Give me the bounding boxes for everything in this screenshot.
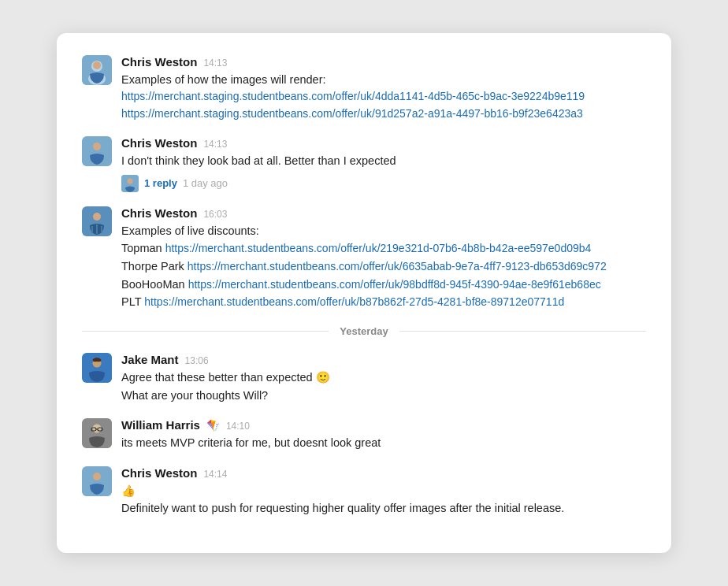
msg-body: Chris Weston 14:14 👍 Definitely want to … (121, 466, 646, 517)
svg-point-9 (93, 213, 101, 221)
divider-line (399, 331, 646, 332)
msg-line: its meets MVP criteria for me, but doesn… (121, 436, 381, 449)
msg-line: I don't think they look bad at all. Bett… (121, 154, 396, 167)
msg-time: 14:13 (203, 139, 227, 150)
avatar (82, 418, 112, 448)
name-emoji: 🪁 (206, 419, 220, 432)
msg-time: 14:14 (203, 469, 227, 480)
msg-body: Chris Weston 14:13 Examples of how the i… (121, 55, 646, 123)
message-group: Chris Weston 14:13 I don't think they lo… (82, 136, 646, 191)
svg-point-7 (128, 178, 133, 184)
msg-time: 16:03 (203, 209, 227, 220)
reply-thread[interactable]: 1 reply 1 day ago (121, 175, 646, 192)
msg-link[interactable]: https://merchant.studentbeans.com/offer/… (165, 242, 592, 254)
msg-header: Chris Weston 14:13 (121, 55, 646, 69)
message-group: Chris Weston 14:14 👍 Definitely want to … (82, 466, 646, 517)
msg-line: Agree that these better than expected 🙂 (121, 371, 330, 384)
reply-time: 1 day ago (183, 177, 228, 189)
msg-link[interactable]: https://merchant.studentbeans.com/offer/… (188, 260, 607, 273)
avatar (82, 55, 112, 85)
msg-header: Chris Weston 14:13 (121, 136, 646, 150)
msg-text: I don't think they look bad at all. Bett… (121, 152, 646, 169)
msg-author: Jake Mant (121, 353, 179, 366)
msg-text: its meets MVP criteria for me, but doesn… (121, 434, 646, 451)
message-group: Chris Weston 14:13 Examples of how the i… (82, 55, 646, 123)
avatar (82, 206, 112, 236)
msg-line: Examples of live discounts: (121, 224, 259, 237)
msg-text: Examples of live discounts: Topman https… (121, 222, 646, 311)
msg-link[interactable]: https://merchant.staging.studentbeans.co… (121, 88, 646, 106)
msg-author: William Harris (121, 418, 200, 432)
msg-line: BooHooMan (121, 278, 188, 291)
msg-text: Agree that these better than expected 🙂 … (121, 369, 646, 404)
svg-point-5 (93, 143, 101, 150)
message-group: Chris Weston 16:03 Examples of live disc… (82, 206, 646, 311)
msg-header: Chris Weston 14:14 (121, 466, 646, 480)
msg-line: Examples of how the images will render: (121, 73, 326, 86)
msg-author: Chris Weston (121, 136, 197, 150)
msg-body: William Harris 🪁 14:10 its meets MVP cri… (121, 418, 646, 451)
msg-line: What are your thoughts Will? (121, 389, 268, 402)
msg-line: Topman (121, 242, 165, 254)
msg-time: 14:13 (203, 57, 227, 69)
msg-header: William Harris 🪁 14:10 (121, 418, 646, 432)
reply-count: 1 reply (144, 177, 177, 189)
msg-body: Chris Weston 16:03 Examples of live disc… (121, 206, 646, 311)
msg-time: 14:10 (226, 421, 250, 432)
msg-body: Chris Weston 14:13 I don't think they lo… (121, 136, 646, 191)
svg-point-3 (93, 61, 101, 69)
msg-line: Thorpe Park (121, 260, 188, 273)
msg-link[interactable]: https://merchant.staging.studentbeans.co… (121, 106, 646, 123)
msg-line: 👍 (121, 484, 136, 497)
date-divider: Yesterday (82, 325, 646, 337)
msg-author: Chris Weston (121, 55, 197, 69)
svg-point-21 (93, 473, 101, 480)
reply-avatar (121, 175, 139, 192)
msg-header: Jake Mant 13:06 (121, 353, 646, 366)
divider-line (82, 331, 329, 332)
avatar (82, 136, 112, 166)
chat-container: Chris Weston 14:13 Examples of how the i… (57, 33, 671, 554)
msg-header: Chris Weston 16:03 (121, 206, 646, 220)
msg-body: Jake Mant 13:06 Agree that these better … (121, 353, 646, 404)
msg-link[interactable]: https://merchant.studentbeans.com/offer/… (144, 295, 564, 308)
msg-line: PLT (121, 295, 144, 308)
msg-author: Chris Weston (121, 466, 197, 480)
msg-link[interactable]: https://merchant.studentbeans.com/offer/… (188, 278, 601, 291)
msg-line: Definitely want to push for requesting h… (121, 502, 564, 514)
avatar (82, 466, 112, 496)
msg-author: Chris Weston (121, 206, 197, 220)
svg-point-16 (93, 425, 102, 433)
msg-time: 13:06 (185, 355, 209, 366)
avatar (82, 353, 112, 383)
msg-text: Examples of how the images will render: … (121, 71, 646, 123)
divider-label: Yesterday (340, 325, 388, 337)
message-group: Jake Mant 13:06 Agree that these better … (82, 353, 646, 404)
msg-text: 👍 Definitely want to push for requesting… (121, 482, 646, 517)
message-group: William Harris 🪁 14:10 its meets MVP cri… (82, 418, 646, 451)
